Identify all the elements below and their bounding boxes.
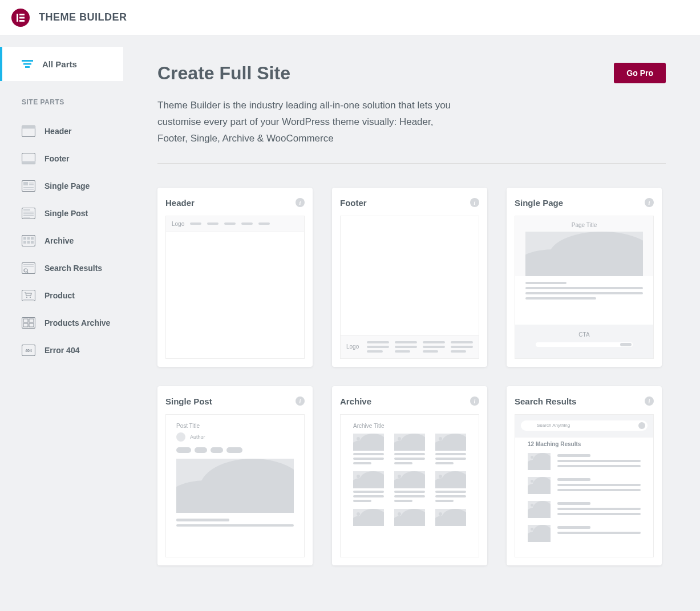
search-results-icon bbox=[22, 262, 35, 274]
card-title: Footer bbox=[340, 198, 367, 208]
card-archive[interactable]: Archive i Archive Title bbox=[332, 386, 487, 565]
svg-rect-42 bbox=[23, 323, 28, 327]
svg-rect-2 bbox=[19, 17, 25, 18]
info-icon[interactable]: i bbox=[470, 396, 479, 406]
card-title: Single Post bbox=[165, 396, 212, 406]
svg-rect-15 bbox=[23, 187, 34, 188]
mock-header: Logo bbox=[165, 216, 305, 359]
svg-point-36 bbox=[26, 297, 27, 298]
svg-rect-40 bbox=[23, 319, 28, 322]
mock-search-results-count: 12 Maching Results bbox=[515, 438, 653, 453]
products-archive-icon bbox=[22, 317, 35, 329]
card-footer[interactable]: Footer i Logo bbox=[332, 188, 487, 367]
sidebar-item-error-404[interactable]: 404 Error 404 bbox=[0, 337, 123, 364]
svg-rect-26 bbox=[31, 237, 34, 240]
mock-page-title: Page Title bbox=[515, 216, 653, 232]
cards-grid: Header i Logo Foote bbox=[157, 188, 666, 565]
svg-rect-13 bbox=[29, 183, 34, 184]
card-title: Header bbox=[165, 198, 195, 208]
page-title: Create Full Site bbox=[157, 63, 290, 84]
svg-rect-41 bbox=[29, 319, 34, 322]
mock-author: Author bbox=[190, 434, 205, 440]
mock-search-results: Search Anything 12 Maching Results bbox=[515, 414, 654, 557]
sidebar-item-all-parts[interactable]: All Parts bbox=[0, 47, 123, 81]
svg-text:404: 404 bbox=[25, 349, 32, 353]
sidebar-item-product[interactable]: Product bbox=[0, 282, 123, 309]
sidebar-item-products-archive[interactable]: Products Archive bbox=[0, 309, 123, 337]
sidebar-item-label: Search Results bbox=[44, 263, 102, 273]
svg-rect-19 bbox=[23, 212, 34, 213]
sidebar: All Parts SITE PARTS Header Footer Singl… bbox=[0, 35, 123, 611]
single-page-icon bbox=[22, 180, 35, 192]
card-header[interactable]: Header i Logo bbox=[157, 188, 313, 367]
svg-line-34 bbox=[27, 272, 28, 273]
info-icon[interactable]: i bbox=[296, 198, 305, 207]
sidebar-item-label: Archive bbox=[44, 236, 74, 246]
single-post-icon bbox=[22, 208, 35, 219]
sidebar-item-label: Single Post bbox=[44, 208, 88, 218]
sidebar-item-archive[interactable]: Archive bbox=[0, 227, 123, 254]
app-title: THEME BUILDER bbox=[39, 11, 127, 23]
svg-rect-21 bbox=[23, 215, 34, 216]
svg-rect-18 bbox=[23, 209, 30, 211]
info-icon[interactable]: i bbox=[645, 198, 654, 207]
close-icon bbox=[638, 422, 645, 429]
info-icon[interactable]: i bbox=[470, 198, 479, 207]
svg-rect-43 bbox=[29, 323, 34, 327]
svg-rect-5 bbox=[23, 63, 31, 65]
card-title: Single Page bbox=[515, 198, 563, 208]
svg-rect-3 bbox=[19, 20, 25, 22]
svg-rect-16 bbox=[23, 189, 34, 190]
mock-single-post: Post Title Author bbox=[165, 414, 305, 557]
svg-rect-14 bbox=[29, 184, 34, 185]
svg-rect-32 bbox=[23, 266, 34, 267]
svg-rect-29 bbox=[31, 241, 34, 244]
sidebar-item-label: Footer bbox=[44, 153, 70, 164]
sidebar-item-single-page[interactable]: Single Page bbox=[0, 172, 123, 200]
info-icon[interactable]: i bbox=[296, 396, 305, 406]
avatar-icon bbox=[176, 432, 185, 442]
filter-icon bbox=[22, 60, 33, 68]
sidebar-item-search-results[interactable]: Search Results bbox=[0, 254, 123, 282]
sidebar-item-header[interactable]: Header bbox=[0, 118, 123, 145]
mock-logo-text: Logo bbox=[172, 221, 184, 227]
sidebar-item-label: All Parts bbox=[42, 59, 77, 69]
svg-rect-8 bbox=[22, 126, 35, 129]
sidebar-item-label: Error 404 bbox=[44, 345, 79, 355]
mock-post-title: Post Title bbox=[166, 415, 304, 432]
elementor-logo-icon bbox=[11, 9, 30, 27]
header-icon bbox=[22, 126, 35, 137]
sidebar-item-footer[interactable]: Footer bbox=[0, 145, 123, 172]
svg-rect-28 bbox=[27, 241, 30, 244]
mock-search-placeholder: Search Anything bbox=[537, 423, 570, 428]
card-title: Archive bbox=[340, 396, 371, 406]
svg-rect-24 bbox=[23, 237, 26, 240]
sidebar-section-label: SITE PARTS bbox=[0, 81, 123, 118]
sidebar-item-label: Product bbox=[44, 290, 75, 301]
sidebar-item-single-post[interactable]: Single Post bbox=[0, 200, 123, 227]
card-single-page[interactable]: Single Page i Page Title bbox=[507, 188, 662, 367]
card-title: Search Results bbox=[515, 396, 576, 406]
svg-point-37 bbox=[30, 297, 31, 298]
svg-rect-20 bbox=[23, 213, 34, 215]
info-icon[interactable]: i bbox=[645, 396, 654, 406]
mock-archive: Archive Title bbox=[340, 414, 479, 557]
svg-rect-31 bbox=[23, 264, 34, 265]
sidebar-item-label: Products Archive bbox=[44, 318, 110, 328]
svg-rect-27 bbox=[23, 241, 26, 244]
product-icon bbox=[22, 290, 35, 301]
svg-rect-12 bbox=[23, 182, 28, 185]
mock-cta: CTA bbox=[515, 325, 653, 342]
page-description: Theme Builder is the industry leading al… bbox=[157, 98, 454, 147]
card-single-post[interactable]: Single Post i Post Title Author bbox=[157, 386, 313, 565]
divider bbox=[157, 163, 666, 164]
svg-rect-6 bbox=[25, 66, 30, 68]
archive-icon bbox=[22, 235, 35, 246]
go-pro-button[interactable]: Go Pro bbox=[614, 63, 666, 83]
card-search-results[interactable]: Search Results i Search Anything 12 Mach… bbox=[507, 386, 662, 565]
error-404-icon: 404 bbox=[22, 345, 35, 356]
sidebar-item-label: Header bbox=[44, 126, 71, 136]
footer-icon bbox=[22, 153, 35, 164]
svg-rect-38 bbox=[23, 299, 34, 300]
svg-rect-10 bbox=[22, 161, 35, 164]
